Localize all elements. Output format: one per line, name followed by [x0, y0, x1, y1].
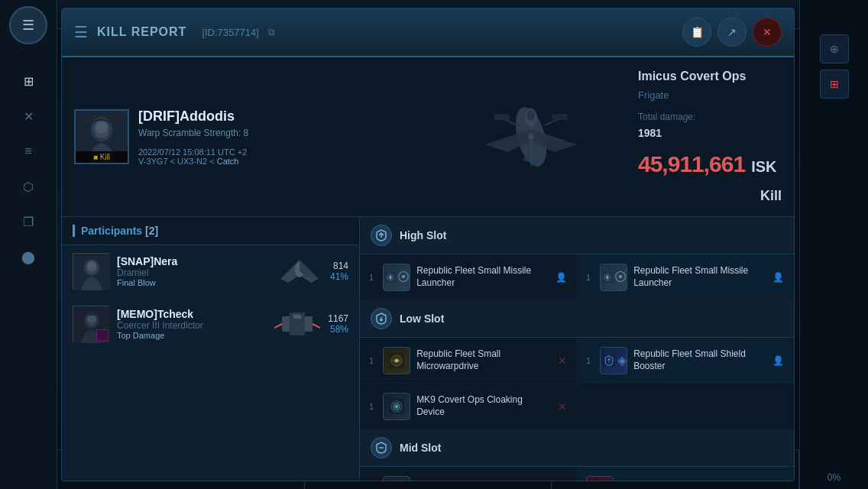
victim-name: [DRIF]Addodis	[138, 108, 424, 125]
slot-qty: 1	[369, 402, 374, 411]
svg-point-34	[607, 276, 609, 278]
panel-menu-icon[interactable]: ☰	[74, 23, 88, 41]
slot-item[interactable]: 1 Republic Fleet Small Missile Launcher	[577, 254, 794, 300]
destroyed-icon: ✕	[558, 400, 567, 413]
high-slot-header: High Slot	[360, 217, 794, 254]
ship-class: Imicus Covert Ops	[638, 70, 746, 83]
participant-ship: Dramiel	[117, 267, 269, 278]
slot-qty: 1	[369, 273, 374, 282]
missile-icon	[601, 267, 614, 288]
svg-point-5	[523, 157, 532, 162]
missile-icon	[384, 267, 397, 288]
close-button[interactable]: ✕	[753, 18, 782, 47]
high-slot-section: High Slot 1	[360, 217, 794, 300]
sidebar-item-market[interactable]: ⬡	[13, 171, 44, 202]
sidebar-item-journal[interactable]: ❐	[13, 206, 44, 237]
slot-qty: 1	[586, 273, 591, 282]
copy-id-icon[interactable]: ⧉	[268, 27, 275, 37]
mwd-icon	[386, 350, 407, 371]
slot-item[interactable]: Imperial Navy	[577, 467, 794, 481]
slot-item-name: Republic Fleet Small Shield Booster	[633, 348, 766, 372]
svg-rect-13	[552, 114, 568, 120]
shield-booster-icon	[600, 347, 627, 374]
svg-rect-23	[86, 313, 98, 316]
sidebar-item-document[interactable]: ≡	[13, 136, 44, 167]
kill-location: V-3YG7 < UX3-N2 < Catch	[138, 157, 424, 166]
avatar-bg	[73, 254, 108, 289]
victim-warp: Warp Scramble Strength: 8	[138, 128, 424, 138]
mid-shield-icon	[375, 442, 387, 454]
close-icon: ✕	[763, 26, 772, 38]
sidebar-menu-button[interactable]: ☰	[9, 6, 47, 44]
shield-with-arrow-icon	[375, 229, 387, 241]
export-button[interactable]: ↗	[717, 18, 747, 47]
slot-item-name: Republic Fleet Small Missile Launcher	[633, 265, 766, 289]
participant-damage: 814	[330, 261, 348, 271]
right-btn-1[interactable]: ⊕	[820, 34, 849, 63]
svg-point-17	[87, 261, 96, 270]
svg-line-28	[313, 324, 320, 328]
participant-info: [SNAP]Nera Dramiel Final Blow	[117, 255, 269, 287]
svg-rect-26	[293, 315, 301, 319]
mid-slot-section: Mid Slot 1	[360, 429, 794, 481]
cloaking-icon	[383, 393, 410, 420]
participant-damage: 1167	[328, 313, 348, 324]
slot-item[interactable]: 1 Republic Fleet Small Microwarpdriv​e	[360, 338, 577, 384]
low-slot-section: Low Slot 1	[360, 300, 794, 429]
low-slot-header: Low Slot	[360, 300, 794, 338]
svg-line-27	[274, 324, 282, 328]
svg-point-3	[96, 121, 108, 134]
mid-slot-icon	[371, 437, 392, 458]
panel-header-left: ☰ KILL REPORT [ID:7357714] ⧉	[74, 23, 275, 41]
kill-stats: Imicus Covert Ops Frigate Total damage: …	[626, 57, 794, 216]
kill-timestamp: 2022/07/12 15:08:11 UTC +2	[138, 147, 424, 157]
ship-type: Frigate	[638, 89, 782, 101]
participant-name: [MEMO]Tcheck	[117, 308, 267, 320]
participant-role: Top Damage	[117, 331, 267, 340]
slot-item[interactable]: 1 Republic Fleet Small Missile Launcher	[360, 254, 577, 300]
list-item[interactable]: [MEMO]Tcheck Coercer III Interdictor Top…	[62, 298, 359, 351]
ship-icon	[274, 309, 320, 339]
missile-launcher-icon	[600, 264, 627, 291]
content-area: Participants [2]	[62, 217, 794, 481]
slot-item[interactable]: 1 'Basic' Guidance	[360, 467, 577, 481]
participants-list: [SNAP]Nera Dramiel Final Blow	[62, 245, 359, 481]
sidebar-item-close[interactable]: ✕	[13, 101, 44, 131]
kill-badge: ■ Kill	[76, 151, 128, 163]
panel-title: KILL REPORT	[97, 25, 186, 39]
right-btn-2[interactable]: ⊞	[820, 70, 849, 99]
slot-item-text: Republic Fleet Small Microwarpdriv​e	[416, 348, 552, 372]
sidebar-item-skills[interactable]: ⬤	[13, 241, 44, 272]
participant-avatar	[73, 306, 109, 342]
victim-avatar: ■ Kill	[74, 109, 129, 164]
ship-display	[436, 57, 626, 216]
svg-rect-12	[494, 114, 510, 120]
sidebar-item-home[interactable]: ⊞	[13, 66, 44, 96]
slot-item-text: Republic Fleet Small Missile Launcher	[633, 265, 766, 289]
navy-icon	[586, 476, 614, 481]
shield-icon	[375, 313, 387, 325]
sidebar: ☰ ⊞ ✕ ≡ ⬡ ❐ ⬤	[0, 0, 57, 489]
participant-stats: 1167 58%	[328, 313, 348, 335]
slot-qty: 1	[586, 356, 591, 365]
low-slot-title: Low Slot	[400, 313, 444, 325]
location-text: V-3YG7 < UX3-N2 <	[138, 157, 217, 166]
person-icon: 👤	[772, 355, 784, 366]
participant-info: [MEMO]Tcheck Coercer III Interdictor Top…	[117, 308, 267, 340]
participants-panel: Participants [2]	[62, 217, 360, 481]
slot-item[interactable]: 1 Republic Fleet Small Shield Booster 👤	[577, 338, 794, 384]
kill-type-badge: Kill	[638, 188, 782, 204]
pct-badge: 0%	[828, 472, 840, 483]
panel-header: ☰ KILL REPORT [ID:7357714] ⧉ 📋 ↗ ✕	[62, 8, 794, 57]
slot-item[interactable]: 1 MK9 Covert Ops Cloaking Device	[360, 384, 577, 429]
svg-point-31	[390, 276, 392, 278]
damage-label: Total damage:	[638, 112, 782, 122]
microwarp-icon	[383, 347, 410, 374]
list-item[interactable]: [SNAP]Nera Dramiel Final Blow	[62, 245, 359, 298]
slot-item-text: MK9 Covert Ops Cloaking Device	[416, 394, 552, 418]
high-slot-items: 1 Republic Fleet Small Missile Launcher	[360, 254, 794, 300]
guidance-icon	[383, 476, 410, 481]
hamburger-icon: ☰	[22, 17, 34, 34]
clipboard-button[interactable]: 📋	[682, 18, 711, 47]
mid-slot-items: 1 'Basic' Guidance	[360, 467, 794, 481]
